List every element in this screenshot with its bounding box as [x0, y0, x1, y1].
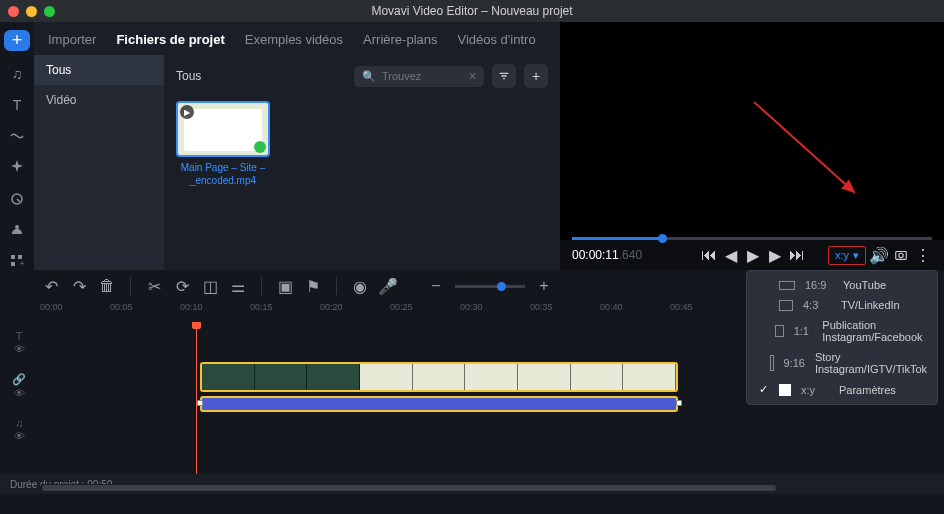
preview-progress[interactable] [572, 237, 932, 240]
search-icon: 🔍 [362, 70, 376, 83]
adjust-button[interactable]: ⚌ [227, 275, 249, 297]
volume-button[interactable]: 🔊 [870, 246, 888, 264]
category-all[interactable]: Tous [34, 55, 164, 85]
audio-tool-icon[interactable]: ♫ [6, 65, 28, 82]
next-clip-button[interactable]: ⏭ [788, 246, 806, 264]
category-video[interactable]: Vidéo [34, 85, 164, 115]
progress-thumb[interactable] [658, 234, 667, 243]
svg-rect-3 [11, 262, 15, 266]
sort-button[interactable] [492, 64, 516, 88]
clear-search-icon[interactable]: ✕ [468, 70, 477, 83]
prev-frame-button[interactable]: ◀ [722, 246, 740, 264]
record-button[interactable]: ◉ [349, 275, 371, 297]
svg-rect-2 [18, 255, 22, 259]
play-icon: ▶ [180, 105, 194, 119]
tool-sidebar: + ♫ T + [0, 22, 34, 270]
rotate-button[interactable]: ⟳ [171, 275, 193, 297]
add-media-button[interactable]: + [4, 30, 30, 51]
minimize-window-button[interactable] [26, 6, 37, 17]
playhead[interactable] [196, 322, 197, 474]
tab-intros[interactable]: Vidéos d'intro [457, 32, 535, 47]
clip-handle-left[interactable] [197, 400, 203, 406]
search-input[interactable] [382, 70, 462, 82]
timeline-scrollbar[interactable] [40, 484, 904, 492]
tab-samples[interactable]: Exemples vidéos [245, 32, 343, 47]
close-window-button[interactable] [8, 6, 19, 17]
aspect-ratio-menu: 16:9YouTube 4:3TV/LinkedIn 1:1Publicatio… [746, 270, 938, 405]
player-controls: 00:00:11.640 ⏮ ◀ ▶ ▶ ⏭ x:y ▾ 🔊 ⋮ [560, 240, 944, 270]
next-frame-button[interactable]: ▶ [766, 246, 784, 264]
svg-rect-1 [11, 255, 15, 259]
video-clip[interactable] [200, 362, 678, 392]
audio-clip[interactable] [200, 396, 678, 412]
aspect-option-16-9[interactable]: 16:9YouTube [747, 275, 937, 295]
prev-clip-button[interactable]: ⏮ [700, 246, 718, 264]
preview-viewport[interactable] [560, 22, 944, 240]
mic-button[interactable]: 🎤 [377, 275, 399, 297]
marker-button[interactable]: ⚑ [302, 275, 324, 297]
svg-point-7 [899, 253, 903, 257]
aspect-option-1-1[interactable]: 1:1Publication Instagram/Facebook [747, 315, 937, 347]
aspect-option-4-3[interactable]: 4:3TV/LinkedIn [747, 295, 937, 315]
maximize-window-button[interactable] [44, 6, 55, 17]
search-field[interactable]: 🔍 ✕ [354, 66, 484, 87]
svg-text:+: + [20, 260, 24, 267]
stickers-tool-icon[interactable] [6, 190, 28, 207]
media-tabs: Importer Fichiers de projet Exemples vid… [34, 22, 560, 55]
media-name: Main Page – Site –_encoded.mp4 [176, 161, 270, 187]
redo-button[interactable]: ↷ [68, 275, 90, 297]
aspect-ratio-button[interactable]: x:y ▾ [828, 246, 866, 265]
more-button[interactable]: ⋮ [914, 246, 932, 264]
more-tools-icon[interactable]: + [6, 253, 28, 270]
clip-handle-right[interactable] [676, 400, 682, 406]
tab-import[interactable]: Importer [48, 32, 96, 47]
aspect-option-9-16[interactable]: 9:16Story Instagram/IGTV/TikTok [747, 347, 937, 379]
media-panel: Importer Fichiers de projet Exemples vid… [34, 22, 560, 270]
annotation-arrow [744, 92, 884, 212]
tab-backgrounds[interactable]: Arrière-plans [363, 32, 437, 47]
zoom-slider[interactable] [455, 285, 525, 288]
undo-button[interactable]: ↶ [40, 275, 62, 297]
chevron-down-icon: ▾ [853, 249, 859, 262]
insert-button[interactable]: ▣ [274, 275, 296, 297]
window-controls [8, 6, 55, 17]
effects-tool-icon[interactable] [6, 159, 28, 176]
play-button[interactable]: ▶ [744, 246, 762, 264]
crop-button[interactable]: ◫ [199, 275, 221, 297]
media-thumbnail[interactable]: ▶ Main Page – Site –_encoded.mp4 [176, 101, 270, 187]
svg-line-5 [754, 102, 854, 192]
aspect-option-custom[interactable]: ✓x:yParamètres [747, 379, 937, 400]
title-bar: Movavi Video Editor – Nouveau projet [0, 0, 944, 22]
zoom-out-button[interactable]: − [425, 275, 447, 297]
grid-header-label: Tous [176, 69, 201, 83]
video-track-icon[interactable]: 🔗👁 [6, 373, 32, 399]
titles-tool-icon[interactable]: T [6, 96, 28, 113]
window-title: Movavi Video Editor – Nouveau projet [371, 4, 572, 18]
snapshot-button[interactable] [892, 246, 910, 264]
svg-rect-6 [896, 252, 907, 260]
cut-button[interactable]: ✂ [143, 275, 165, 297]
audio-track-icon[interactable]: ♫👁 [6, 417, 32, 442]
timecode: 00:00:11.640 [572, 248, 642, 262]
zoom-in-button[interactable]: + [533, 275, 555, 297]
tab-project-files[interactable]: Fichiers de projet [116, 32, 224, 47]
preview-panel: ? 00:00:11.640 ⏮ ◀ ▶ ▶ ⏭ x:y ▾ 🔊 ⋮ [560, 22, 944, 270]
title-track-icon[interactable]: T👁 [6, 330, 32, 355]
category-list: Tous Vidéo [34, 55, 164, 270]
ai-tool-icon[interactable] [6, 221, 28, 238]
delete-button[interactable]: 🗑 [96, 275, 118, 297]
add-folder-button[interactable]: + [524, 64, 548, 88]
transitions-tool-icon[interactable] [6, 128, 28, 145]
